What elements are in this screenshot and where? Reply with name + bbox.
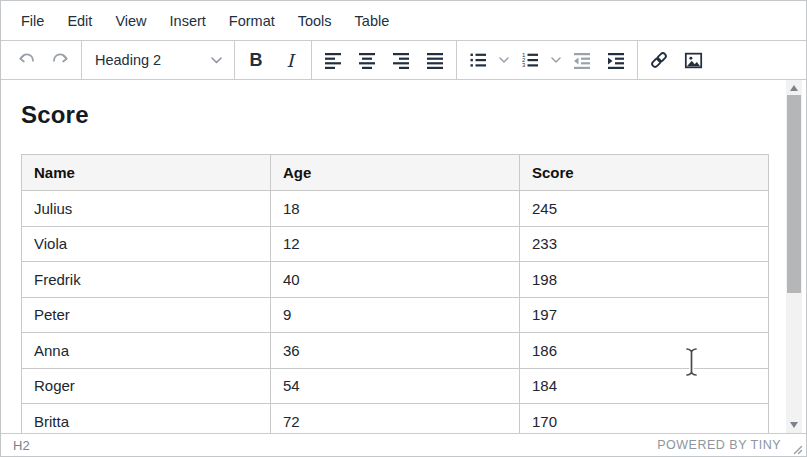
align-right-button[interactable] bbox=[384, 45, 418, 75]
column-header[interactable]: Age bbox=[271, 155, 520, 191]
menu-tools[interactable]: Tools bbox=[287, 8, 343, 34]
toolbar-separator bbox=[456, 41, 457, 79]
table-row: Fredrik40198 bbox=[22, 262, 769, 298]
menu-format[interactable]: Format bbox=[218, 8, 286, 34]
align-right-icon bbox=[391, 50, 411, 70]
table-cell[interactable]: 197 bbox=[520, 297, 769, 333]
bullet-list-options-button[interactable] bbox=[495, 45, 513, 75]
table-row: Julius18245 bbox=[22, 191, 769, 227]
image-button[interactable] bbox=[676, 45, 710, 75]
table-cell[interactable]: 245 bbox=[520, 191, 769, 227]
branding-link[interactable]: POWERED BY TINY bbox=[657, 438, 781, 452]
chevron-down-icon bbox=[211, 57, 222, 64]
format-group: Heading 2 bbox=[84, 41, 232, 79]
table-cell[interactable]: 186 bbox=[520, 333, 769, 369]
numbered-list-options-button[interactable] bbox=[547, 45, 565, 75]
history-group bbox=[7, 41, 79, 79]
numbered-list-button[interactable]: 1 2 3 bbox=[513, 45, 547, 75]
table-cell[interactable]: 18 bbox=[271, 191, 520, 227]
element-path[interactable]: H2 bbox=[13, 438, 30, 453]
bullet-list-icon bbox=[468, 50, 488, 70]
menu-view[interactable]: View bbox=[104, 8, 157, 34]
outdent-icon bbox=[572, 50, 592, 70]
svg-text:3: 3 bbox=[522, 62, 526, 68]
table-cell[interactable]: 170 bbox=[520, 404, 769, 434]
menu-insert[interactable]: Insert bbox=[159, 8, 217, 34]
table-cell[interactable]: Fredrik bbox=[22, 262, 271, 298]
column-header[interactable]: Name bbox=[22, 155, 271, 191]
align-left-icon bbox=[323, 50, 343, 70]
table-cell[interactable]: 184 bbox=[520, 368, 769, 404]
table-cell[interactable]: 12 bbox=[271, 226, 520, 262]
menu-file[interactable]: File bbox=[10, 8, 55, 34]
scrollbar-thumb[interactable] bbox=[787, 95, 801, 293]
toolbar-separator bbox=[234, 41, 235, 79]
undo-button[interactable] bbox=[9, 45, 43, 75]
table-row: Roger54184 bbox=[22, 368, 769, 404]
italic-icon: I bbox=[286, 50, 293, 71]
table-header-row: NameAgeScore bbox=[22, 155, 769, 191]
table-cell[interactable]: Roger bbox=[22, 368, 271, 404]
bold-button[interactable]: B bbox=[239, 45, 273, 75]
table-cell[interactable]: 198 bbox=[520, 262, 769, 298]
menubar: FileEditViewInsertFormatToolsTable bbox=[1, 1, 806, 41]
outdent-button[interactable] bbox=[565, 45, 599, 75]
bullet-list-button[interactable] bbox=[461, 45, 495, 75]
table-cell[interactable]: Anna bbox=[22, 333, 271, 369]
align-justify-button[interactable] bbox=[418, 45, 452, 75]
bold-icon: B bbox=[250, 50, 263, 71]
italic-button[interactable]: I bbox=[273, 45, 307, 75]
table-row: Peter9197 bbox=[22, 297, 769, 333]
score-table: NameAgeScore Julius18245Viola12233Fredri… bbox=[21, 154, 769, 433]
resize-grip-icon[interactable] bbox=[790, 442, 803, 455]
document-heading[interactable]: Score bbox=[21, 100, 786, 130]
table-cell[interactable]: Viola bbox=[22, 226, 271, 262]
vertical-scrollbar[interactable] bbox=[786, 80, 802, 433]
link-button[interactable] bbox=[642, 45, 676, 75]
toolbar-separator bbox=[311, 41, 312, 79]
align-center-button[interactable] bbox=[350, 45, 384, 75]
table-cell[interactable]: 9 bbox=[271, 297, 520, 333]
alignment-group bbox=[314, 41, 454, 79]
format-select[interactable]: Heading 2 bbox=[86, 45, 230, 75]
table-cell[interactable]: Britta bbox=[22, 404, 271, 434]
chevron-down-icon bbox=[499, 57, 509, 63]
table-row: Viola12233 bbox=[22, 226, 769, 262]
rich-text-editor: FileEditViewInsertFormatToolsTable bbox=[0, 0, 807, 457]
redo-button[interactable] bbox=[43, 45, 77, 75]
column-header[interactable]: Score bbox=[520, 155, 769, 191]
text-cursor bbox=[683, 346, 700, 378]
table-head: NameAgeScore bbox=[22, 155, 769, 191]
scroll-down-icon bbox=[790, 422, 798, 428]
scroll-up-button[interactable] bbox=[786, 81, 802, 95]
toolbar: Heading 2 B I bbox=[1, 41, 806, 80]
editor-content-area[interactable]: Score NameAgeScore Julius18245Viola12233… bbox=[1, 80, 806, 433]
toolbar-separator bbox=[81, 41, 82, 79]
undo-icon bbox=[16, 50, 36, 70]
indent-button[interactable] bbox=[599, 45, 633, 75]
link-icon bbox=[648, 49, 670, 71]
table-cell[interactable]: 36 bbox=[271, 333, 520, 369]
format-select-value: Heading 2 bbox=[95, 52, 161, 68]
scroll-down-button[interactable] bbox=[786, 418, 802, 432]
list-indent-group: 1 2 3 bbox=[459, 41, 635, 79]
menu-edit[interactable]: Edit bbox=[56, 8, 103, 34]
table-cell[interactable]: 40 bbox=[271, 262, 520, 298]
chevron-down-icon bbox=[551, 57, 561, 63]
table-row: Anna36186 bbox=[22, 333, 769, 369]
table-cell[interactable]: 72 bbox=[271, 404, 520, 434]
statusbar-right: POWERED BY TINY bbox=[657, 434, 803, 456]
text-style-group: B I bbox=[237, 41, 309, 79]
menu-table[interactable]: Table bbox=[344, 8, 401, 34]
align-center-icon bbox=[357, 50, 377, 70]
image-icon bbox=[683, 50, 704, 71]
table-cell[interactable]: 54 bbox=[271, 368, 520, 404]
redo-icon bbox=[50, 50, 70, 70]
table-row: Britta72170 bbox=[22, 404, 769, 434]
numbered-list-icon: 1 2 3 bbox=[520, 50, 540, 70]
table-cell[interactable]: Peter bbox=[22, 297, 271, 333]
indent-icon bbox=[606, 50, 626, 70]
table-cell[interactable]: Julius bbox=[22, 191, 271, 227]
table-cell[interactable]: 233 bbox=[520, 226, 769, 262]
align-left-button[interactable] bbox=[316, 45, 350, 75]
